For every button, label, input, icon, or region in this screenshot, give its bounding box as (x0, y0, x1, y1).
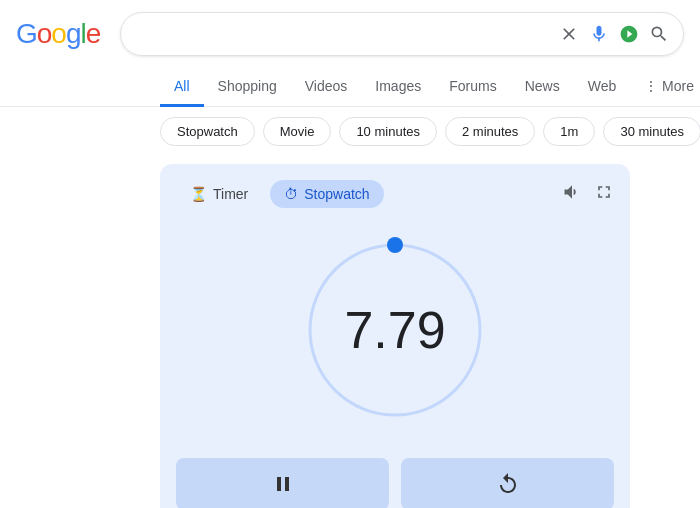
chip-movie[interactable]: Movie (263, 117, 332, 146)
widget-header-icons (562, 182, 614, 207)
timer-value: 7.79 (344, 300, 445, 360)
fullscreen-button[interactable] (594, 182, 614, 207)
header: Google timer (0, 0, 700, 68)
timer-circle: 7.79 (295, 230, 495, 430)
chip-30min[interactable]: 30 minutes (603, 117, 700, 146)
tab-news[interactable]: News (511, 68, 574, 107)
widget-tab-timer[interactable]: ⏳ Timer (176, 180, 262, 208)
chip-10min[interactable]: 10 minutes (339, 117, 437, 146)
tab-images[interactable]: Images (361, 68, 435, 107)
search-button[interactable] (649, 24, 669, 44)
widget-tabs: ⏳ Timer ⏱ Stopwatch (176, 180, 384, 208)
control-buttons (176, 458, 614, 508)
sound-button[interactable] (562, 182, 582, 207)
voice-search-button[interactable] (589, 24, 609, 44)
tab-web[interactable]: Web (574, 68, 631, 107)
lens-button[interactable] (619, 24, 639, 44)
timer-widget: ⏳ Timer ⏱ Stopwatch (160, 164, 630, 508)
clear-search-button[interactable] (559, 24, 579, 44)
tab-more[interactable]: ⋮ More (630, 68, 700, 107)
chip-2min[interactable]: 2 minutes (445, 117, 535, 146)
timer-tab-icon: ⏳ (190, 186, 207, 202)
nav-tabs: All Shopping Videos Images Forums News W… (0, 68, 700, 107)
stopwatch-tab-label: Stopwatch (304, 186, 369, 202)
filter-chips: Stopwatch Movie 10 minutes 2 minutes 1m … (0, 107, 700, 156)
tab-all[interactable]: All (160, 68, 204, 107)
tab-videos[interactable]: Videos (291, 68, 362, 107)
search-input[interactable]: timer (135, 25, 551, 43)
reset-button[interactable] (401, 458, 614, 508)
stopwatch-tab-icon: ⏱ (284, 186, 298, 202)
timer-tab-label: Timer (213, 186, 248, 202)
tab-forums[interactable]: Forums (435, 68, 510, 107)
svg-point-1 (387, 237, 403, 253)
tab-shopping[interactable]: Shopping (204, 68, 291, 107)
chip-1m[interactable]: 1m (543, 117, 595, 146)
widget-tab-stopwatch[interactable]: ⏱ Stopwatch (270, 180, 383, 208)
pause-button[interactable] (176, 458, 389, 508)
google-logo[interactable]: Google (16, 18, 108, 50)
chip-stopwatch[interactable]: Stopwatch (160, 117, 255, 146)
search-bar[interactable]: timer (120, 12, 684, 56)
widget-header: ⏳ Timer ⏱ Stopwatch (176, 180, 614, 208)
stopwatch-display: 7.79 (176, 220, 614, 450)
main-content: ⏳ Timer ⏱ Stopwatch (0, 156, 700, 508)
